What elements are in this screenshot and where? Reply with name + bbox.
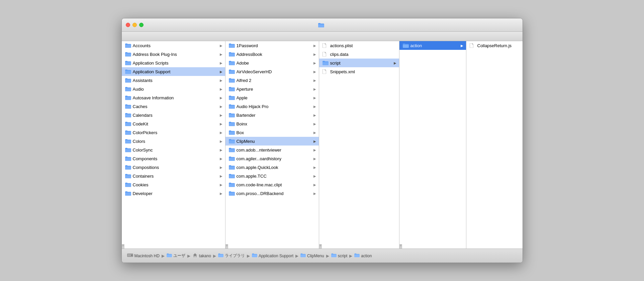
maximize-button[interactable] bbox=[139, 23, 144, 27]
folder-icon bbox=[300, 253, 306, 258]
list-item[interactable]: Cookies▶ bbox=[122, 180, 225, 189]
list-item[interactable]: com.apple.QuickLook▶ bbox=[225, 163, 319, 172]
item-label: Developer bbox=[133, 191, 218, 196]
list-item[interactable]: com.proso...DRBackend▶ bbox=[225, 189, 319, 198]
list-item[interactable]: com.code-line.mac.clipt▶ bbox=[225, 180, 319, 189]
column-2-scroll[interactable]: 1Password▶ AddressBook▶ Adobe▶ AirVideoS… bbox=[225, 41, 319, 244]
column-4: action▶ ⠿ bbox=[399, 41, 466, 249]
list-item[interactable]: com.agiler...oardhistory▶ bbox=[225, 154, 319, 163]
item-label: Box bbox=[237, 130, 312, 135]
folder-icon bbox=[125, 174, 131, 178]
list-item[interactable]: com.apple.TCC▶ bbox=[225, 172, 319, 180]
chevron-right-icon: ▶ bbox=[220, 105, 222, 108]
chevron-right-icon: ▶ bbox=[220, 174, 222, 178]
folder-icon bbox=[229, 78, 235, 83]
column-2: 1Password▶ AddressBook▶ Adobe▶ AirVideoS… bbox=[225, 41, 319, 249]
folder-icon bbox=[125, 191, 131, 196]
chevron-right-icon: ▶ bbox=[313, 157, 316, 161]
list-item[interactable]: Application Support▶ bbox=[122, 67, 225, 76]
chevron-right-icon: ▶ bbox=[313, 166, 316, 169]
breadcrumb-item[interactable]: Macintosh HD bbox=[127, 253, 160, 259]
list-item[interactable]: Aperture▶ bbox=[225, 85, 319, 93]
list-item[interactable]: Colors▶ bbox=[122, 137, 225, 146]
breadcrumb-item[interactable]: ClipMenu bbox=[300, 253, 324, 258]
file-icon bbox=[323, 52, 329, 57]
item-label: com.proso...DRBackend bbox=[237, 191, 312, 196]
breadcrumb-item[interactable]: takano bbox=[192, 253, 211, 259]
list-item[interactable]: Boinx▶ bbox=[225, 119, 319, 128]
list-item[interactable]: Caches▶ bbox=[122, 102, 225, 111]
folder-icon bbox=[229, 43, 235, 48]
list-item[interactable]: Containers▶ bbox=[122, 172, 225, 180]
list-item[interactable]: Snippets.xml bbox=[319, 67, 399, 76]
col2-resize[interactable]: ⠿ bbox=[225, 244, 228, 249]
list-item[interactable]: ColorPickers▶ bbox=[122, 128, 225, 137]
col4-resize[interactable]: ⠿ bbox=[399, 244, 402, 249]
chevron-right-icon: ▶ bbox=[313, 148, 316, 152]
list-item[interactable]: Address Book Plug-Ins▶ bbox=[122, 50, 225, 59]
chevron-right-icon: ▶ bbox=[313, 113, 316, 117]
col1-resize[interactable]: ⠿ bbox=[122, 244, 124, 249]
minimize-button[interactable] bbox=[132, 23, 137, 27]
column-5-scroll[interactable]: CollapseReturn.js bbox=[466, 41, 523, 249]
item-label: ColorSync bbox=[133, 148, 218, 153]
breadcrumb-item[interactable]: ユーザ bbox=[167, 253, 185, 259]
list-item[interactable]: Calendars▶ bbox=[122, 111, 225, 119]
column-4-scroll[interactable]: action▶ bbox=[399, 41, 466, 244]
list-item[interactable]: Compositions▶ bbox=[122, 163, 225, 172]
col3-resize[interactable]: ⠿ bbox=[319, 244, 322, 249]
list-item[interactable]: Audio▶ bbox=[122, 85, 225, 93]
list-item[interactable]: Developer▶ bbox=[122, 189, 225, 198]
list-item[interactable]: Alfred 2▶ bbox=[225, 76, 319, 85]
path-separator: ▶ bbox=[187, 254, 190, 258]
list-item[interactable]: CodeKit▶ bbox=[122, 119, 225, 128]
list-item[interactable]: Components▶ bbox=[122, 154, 225, 163]
list-item[interactable]: com.adob...ntentviewer▶ bbox=[225, 146, 319, 154]
list-item[interactable]: 1Password▶ bbox=[225, 41, 319, 50]
column-3-scroll[interactable]: actions.plist clips.data script▶ Snippet… bbox=[319, 41, 399, 244]
breadcrumb-item[interactable]: script bbox=[331, 253, 348, 258]
list-item[interactable]: Bartender▶ bbox=[225, 111, 319, 119]
breadcrumb-item[interactable]: action bbox=[354, 253, 372, 258]
folder-icon bbox=[323, 61, 329, 65]
list-item[interactable]: Audio Hijack Pro▶ bbox=[225, 102, 319, 111]
folder-icon bbox=[125, 121, 131, 126]
list-item[interactable]: Box▶ bbox=[225, 128, 319, 137]
list-item[interactable]: ColorSync▶ bbox=[122, 146, 225, 154]
list-item[interactable]: Accounts▶ bbox=[122, 41, 225, 50]
list-item[interactable]: clips.data bbox=[319, 50, 399, 59]
chevron-right-icon: ▶ bbox=[220, 70, 222, 74]
folder-icon bbox=[229, 130, 235, 135]
folder-icon bbox=[218, 253, 223, 258]
chevron-right-icon: ▶ bbox=[313, 70, 316, 74]
item-label: com.adob...ntentviewer bbox=[237, 148, 312, 153]
column-1-scroll[interactable]: Accounts▶ Address Book Plug-Ins▶ Applica… bbox=[122, 41, 225, 244]
list-item[interactable]: Apple▶ bbox=[225, 93, 319, 102]
chevron-right-icon: ▶ bbox=[220, 122, 222, 126]
hd-icon bbox=[127, 253, 133, 259]
list-item[interactable]: action▶ bbox=[399, 41, 466, 50]
list-item[interactable]: AirVideoServerHD▶ bbox=[225, 67, 319, 76]
list-item[interactable]: AddressBook▶ bbox=[225, 50, 319, 59]
chevron-right-icon: ▶ bbox=[220, 79, 222, 82]
folder-icon bbox=[125, 113, 131, 117]
list-item[interactable]: Adobe▶ bbox=[225, 59, 319, 67]
file-icon bbox=[323, 69, 329, 74]
list-item[interactable]: actions.plist bbox=[319, 41, 399, 50]
column-1: Accounts▶ Address Book Plug-Ins▶ Applica… bbox=[122, 41, 225, 249]
chevron-right-icon: ▶ bbox=[313, 105, 316, 108]
folder-icon bbox=[229, 182, 235, 187]
traffic-lights[interactable] bbox=[126, 23, 144, 27]
list-item[interactable]: Application Scripts▶ bbox=[122, 59, 225, 67]
breadcrumb-item[interactable]: ライブラリ bbox=[218, 253, 245, 259]
list-item[interactable]: Autosave Information▶ bbox=[122, 93, 225, 102]
folder-icon bbox=[403, 43, 409, 48]
item-label: Address Book Plug-Ins bbox=[133, 52, 218, 57]
item-label: Colors bbox=[133, 139, 218, 144]
list-item[interactable]: ClipMenu▶ bbox=[225, 137, 319, 146]
list-item[interactable]: script▶ bbox=[319, 59, 399, 67]
list-item[interactable]: Assistants▶ bbox=[122, 76, 225, 85]
breadcrumb-item[interactable]: Application Support bbox=[252, 253, 293, 258]
list-item[interactable]: CollapseReturn.js bbox=[466, 41, 523, 50]
close-button[interactable] bbox=[126, 23, 130, 27]
